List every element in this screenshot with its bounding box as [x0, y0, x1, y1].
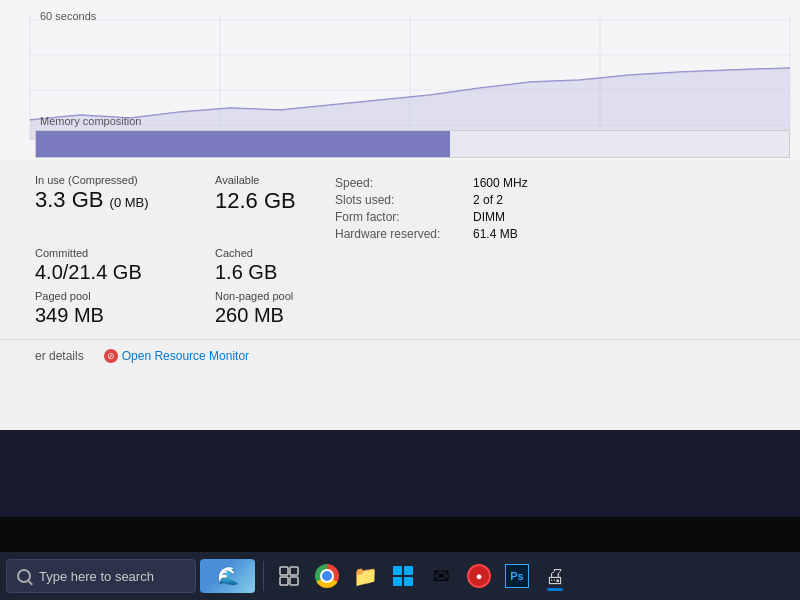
slots-stat: Slots used: 2 of 2 — [335, 193, 765, 207]
mail-icon: ✉ — [433, 564, 450, 588]
committed-value: 4.0/21.4 GB — [35, 261, 215, 284]
search-icon — [17, 569, 31, 583]
svg-rect-11 — [280, 567, 288, 575]
non-paged-pool-stat: Non-paged pool 260 MB — [215, 290, 335, 327]
printer-icon: 🖨 — [545, 565, 565, 588]
file-explorer-button[interactable]: 📁 — [348, 559, 382, 593]
compressed-value: (0 MB) — [110, 195, 149, 210]
svg-rect-12 — [290, 567, 298, 575]
memory-composition-label: Memory composition — [40, 115, 141, 127]
task-view-button[interactable] — [272, 559, 306, 593]
chrome-icon — [315, 564, 339, 588]
taskbar-divider — [263, 561, 264, 591]
time-label: 60 seconds — [40, 10, 96, 22]
printer-button[interactable]: 🖨 — [538, 559, 572, 593]
available-value: 12.6 GB — [215, 188, 335, 214]
photoshop-button[interactable]: Ps — [500, 559, 534, 593]
memory-used-bar — [36, 131, 450, 157]
in-use-stat: In use (Compressed) 3.3 GB (0 MB) — [35, 174, 215, 241]
windows-icon — [393, 566, 413, 586]
stats-row-3: Paged pool 349 MB Non-paged pool 260 MB — [0, 290, 800, 339]
task-view-icon — [279, 566, 299, 586]
in-use-value: 3.3 GB — [35, 187, 103, 212]
windows-store-button[interactable] — [386, 559, 420, 593]
weather-widget[interactable]: 🌊 — [200, 559, 255, 593]
red-app-button[interactable]: ● — [462, 559, 496, 593]
search-box[interactable]: Type here to search — [6, 559, 196, 593]
svg-rect-13 — [280, 577, 288, 585]
form-factor-stat: Form factor: DIMM — [335, 210, 765, 224]
task-manager-window: 60 seconds Memory composition In use (Co… — [0, 0, 800, 430]
svg-rect-14 — [290, 577, 298, 585]
paged-pool-value: 349 MB — [35, 304, 215, 327]
speed-stat: Speed: 1600 MHz — [335, 176, 765, 190]
stats-row-2: Committed 4.0/21.4 GB Cached 1.6 GB — [0, 247, 800, 290]
right-stats: Speed: 1600 MHz Slots used: 2 of 2 Form … — [335, 174, 765, 241]
memory-composition-bar — [35, 130, 790, 158]
weather-image: 🌊 — [200, 559, 255, 593]
available-stat: Available 12.6 GB — [215, 174, 335, 241]
committed-stat: Committed 4.0/21.4 GB — [35, 247, 215, 284]
taskbar: Type here to search 🌊 📁 — [0, 552, 800, 600]
paged-pool-stat: Paged pool 349 MB — [35, 290, 215, 327]
non-paged-pool-value: 260 MB — [215, 304, 335, 327]
open-resource-monitor-link[interactable]: ⊘ Open Resource Monitor — [104, 349, 249, 363]
stats-row-1: In use (Compressed) 3.3 GB (0 MB) Availa… — [0, 160, 800, 247]
bottom-links-bar: er details ⊘ Open Resource Monitor — [0, 339, 800, 371]
er-details-text: er details — [35, 349, 84, 363]
red-circle-icon: ● — [467, 564, 491, 588]
chrome-button[interactable] — [310, 559, 344, 593]
active-indicator — [547, 588, 563, 591]
mail-button[interactable]: ✉ — [424, 559, 458, 593]
folder-icon: 📁 — [353, 564, 378, 588]
cached-value: 1.6 GB — [215, 261, 335, 284]
cached-stat: Cached 1.6 GB — [215, 247, 335, 284]
black-bottom-strip — [0, 517, 800, 552]
resource-monitor-icon: ⊘ — [104, 349, 118, 363]
search-input-label: Type here to search — [39, 569, 154, 584]
photoshop-icon: Ps — [505, 564, 529, 588]
hw-reserved-stat: Hardware reserved: 61.4 MB — [335, 227, 765, 241]
